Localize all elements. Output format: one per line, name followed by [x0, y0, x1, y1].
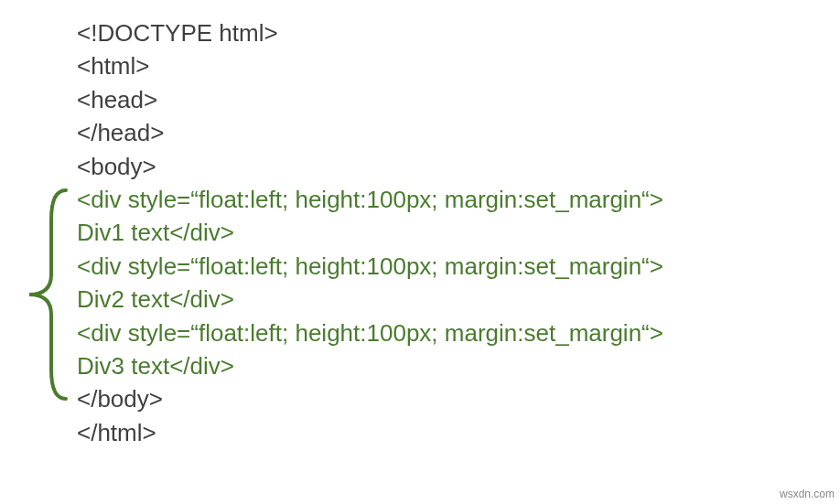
code-line-doctype: <!DOCTYPE html>: [77, 16, 663, 49]
code-line-div2-open: <div style=“float:left; height:100px; ma…: [77, 250, 663, 283]
code-line-div3-open: <div style=“float:left; height:100px; ma…: [77, 316, 663, 349]
code-line-div1-text: Div1 text</div>: [77, 216, 663, 249]
watermark-text: wsxdn.com: [780, 488, 835, 500]
code-line-div1-open: <div style=“float:left; height:100px; ma…: [77, 183, 663, 216]
code-line-head-close: </head>: [77, 116, 663, 149]
code-block: <!DOCTYPE html> <html> <head> </head> <b…: [77, 16, 663, 449]
left-brace-annotation: [22, 187, 71, 402]
code-line-html-open: <html>: [77, 49, 663, 82]
code-line-html-close: </html>: [77, 416, 663, 449]
code-line-body-close: </body>: [77, 382, 663, 415]
code-line-div3-text: Div3 text</div>: [77, 349, 663, 382]
code-line-body-open: <body>: [77, 150, 663, 183]
code-line-div2-text: Div2 text</div>: [77, 283, 663, 316]
code-line-head-open: <head>: [77, 83, 663, 116]
